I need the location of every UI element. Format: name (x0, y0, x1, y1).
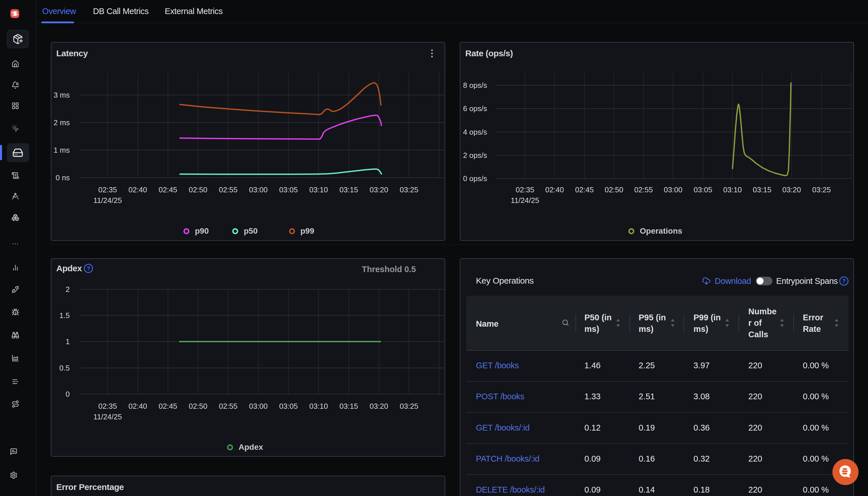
svg-text:0.5: 0.5 (59, 364, 70, 372)
svg-text:03:00: 03:00 (249, 402, 267, 410)
svg-text:03:05: 03:05 (279, 185, 298, 194)
svg-text:2 ms: 2 ms (54, 118, 70, 127)
svg-text:6 ops/s: 6 ops/s (463, 104, 487, 113)
svg-text:1.5: 1.5 (59, 311, 70, 320)
svg-text:8 ops/s: 8 ops/s (463, 81, 487, 90)
svg-text:02:45: 02:45 (158, 402, 177, 410)
svg-text:02:45: 02:45 (575, 185, 593, 194)
svg-text:03:10: 03:10 (309, 185, 328, 194)
svg-text:02:40: 02:40 (545, 185, 564, 194)
svg-text:02:35: 02:35 (98, 402, 117, 410)
svg-text:0 ns: 0 ns (56, 173, 70, 182)
svg-text:0 ops/s: 0 ops/s (463, 174, 487, 183)
svg-text:02:35: 02:35 (98, 185, 117, 194)
svg-text:?: ? (842, 278, 846, 284)
svg-text:1: 1 (66, 337, 70, 346)
svg-text:02:40: 02:40 (128, 402, 147, 410)
svg-text:03:25: 03:25 (400, 185, 418, 194)
svg-text:02:45: 02:45 (158, 185, 177, 194)
svg-text:03:05: 03:05 (694, 185, 712, 194)
svg-text:11/24/25: 11/24/25 (511, 196, 539, 205)
svg-text:03:20: 03:20 (782, 185, 801, 194)
svg-text:02:55: 02:55 (219, 402, 237, 410)
svg-text:11/24/25: 11/24/25 (93, 413, 122, 421)
svg-text:03:25: 03:25 (400, 402, 418, 410)
svg-text:0: 0 (66, 390, 70, 399)
svg-text:02:55: 02:55 (634, 185, 653, 194)
svg-text:03:20: 03:20 (369, 185, 388, 194)
svg-text:02:35: 02:35 (515, 185, 534, 194)
svg-text:11/24/25: 11/24/25 (93, 196, 122, 205)
svg-text:03:15: 03:15 (753, 185, 771, 194)
svg-text:02:55: 02:55 (219, 185, 237, 194)
svg-text:03:00: 03:00 (249, 185, 267, 194)
svg-text:4 ops/s: 4 ops/s (463, 128, 487, 136)
svg-text:03:15: 03:15 (339, 185, 358, 194)
svg-text:2: 2 (66, 285, 70, 294)
svg-text:03:10: 03:10 (309, 402, 328, 410)
svg-text:03:25: 03:25 (812, 185, 831, 194)
svg-text:03:20: 03:20 (369, 402, 388, 410)
svg-text:02:40: 02:40 (128, 185, 147, 194)
svg-text:02:50: 02:50 (189, 402, 207, 410)
svg-text:1 ms: 1 ms (54, 146, 70, 154)
svg-text:2 ops/s: 2 ops/s (463, 151, 487, 159)
svg-text:02:50: 02:50 (604, 185, 623, 194)
svg-text:02:50: 02:50 (189, 185, 207, 194)
svg-text:03:10: 03:10 (723, 185, 742, 194)
svg-text:03:00: 03:00 (664, 185, 682, 194)
svg-text:03:05: 03:05 (279, 402, 298, 410)
svg-text:3 ms: 3 ms (54, 91, 70, 99)
svg-text:03:15: 03:15 (339, 402, 358, 410)
